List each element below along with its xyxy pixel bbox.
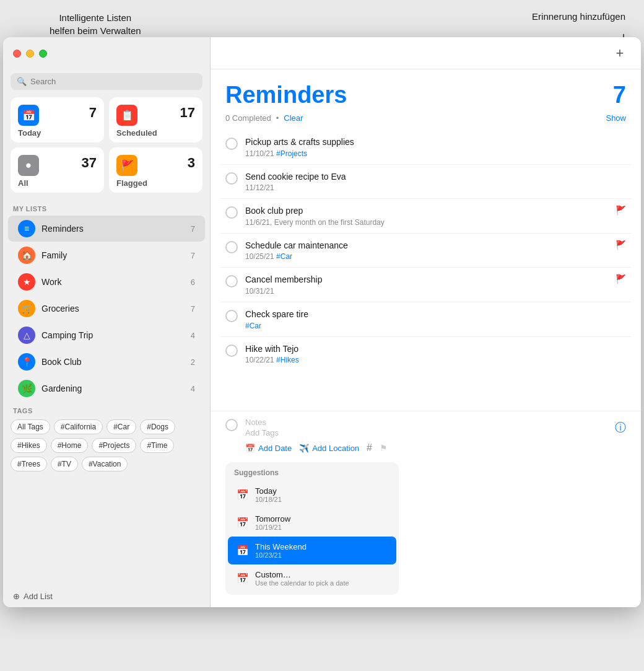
tag-home[interactable]: #Home — [51, 438, 89, 453]
suggestion-item-0[interactable]: 📅 Today 10/18/21 — [228, 481, 396, 509]
smart-list-scheduled[interactable]: 📋 17 Scheduled — [109, 97, 202, 143]
tag-time[interactable]: #Time — [140, 438, 174, 453]
reminder-checkbox-1[interactable] — [225, 172, 238, 185]
list-name: Family — [41, 250, 185, 260]
suggestion-title-2: This Weekend — [255, 542, 307, 551]
tag-car[interactable]: #Car — [107, 419, 136, 434]
add-location-button[interactable]: ✈️ Add Location — [299, 444, 359, 453]
reminder-tag[interactable]: #Car — [245, 322, 261, 330]
reminder-checkbox-6[interactable] — [225, 344, 238, 357]
notes-field[interactable]: Notes — [245, 418, 626, 427]
close-button[interactable] — [13, 50, 21, 58]
reminder-item-3[interactable]: Schedule car maintenance 10/25/21 #Car 🚩 — [220, 234, 631, 268]
add-flag-button[interactable]: ⚑ — [380, 443, 388, 453]
reminder-body-2: Book club prep 11/6/21, Every month on t… — [245, 205, 608, 227]
scheduled-icon: 📋 — [116, 105, 137, 126]
reminder-tag[interactable]: #Projects — [276, 149, 307, 158]
today-icon: 📅 — [18, 105, 39, 126]
clear-button[interactable]: Clear — [284, 113, 303, 123]
titlebar — [3, 37, 210, 69]
suggestion-item-3[interactable]: 📅 Custom… Use the calendar to pick a dat… — [228, 564, 396, 592]
callout-right: Erinnerung hinzufügen — [532, 11, 625, 22]
reminder-checkbox-3[interactable] — [225, 241, 238, 253]
show-button[interactable]: Show — [606, 113, 626, 123]
list-item-gardening[interactable]: 🌿 Gardening 4 — [8, 375, 205, 401]
reminder-flag-2: 🚩 — [616, 205, 626, 215]
reminder-item-0[interactable]: Pickup arts & crafts supplies 11/10/21 #… — [220, 130, 631, 165]
info-button[interactable]: ⓘ — [615, 420, 626, 435]
reminder-body-3: Schedule car maintenance 10/25/21 #Car — [245, 240, 608, 261]
tag-hikes[interactable]: #Hikes — [11, 438, 47, 453]
reminder-checkbox-5[interactable] — [225, 310, 238, 322]
new-reminder-checkbox[interactable] — [225, 419, 238, 431]
tag-tv[interactable]: #TV — [51, 457, 78, 471]
reminder-title-0: Pickup arts & crafts supplies — [245, 136, 626, 149]
my-lists-header: My Lists — [3, 200, 210, 215]
main-content: + Reminders 7 0 Completed • Clear Show P… — [211, 37, 641, 607]
add-tag-button[interactable]: # — [367, 442, 372, 454]
location-icon: ✈️ — [299, 444, 309, 453]
reminder-tag[interactable]: #Hikes — [276, 356, 299, 364]
add-date-button[interactable]: 📅 Add Date — [245, 444, 292, 453]
add-tags-field[interactable]: Add Tags — [245, 428, 626, 437]
tag-trees[interactable]: #Trees — [11, 457, 47, 471]
reminder-title-2: Book club prep — [245, 205, 608, 217]
reminder-item-2[interactable]: Book club prep 11/6/21, Every month on t… — [220, 199, 631, 234]
maximize-button[interactable] — [39, 50, 47, 58]
tag-projects[interactable]: #Projects — [92, 438, 136, 453]
suggestion-item-2[interactable]: 📅 This Weekend 10/23/21 — [228, 537, 396, 564]
tags-container: All Tags#California#Car#Dogs#Hikes#Home#… — [3, 417, 210, 479]
dot-separator: • — [276, 113, 279, 123]
reminder-checkbox-4[interactable] — [225, 275, 238, 287]
search-bar[interactable]: 🔍 — [11, 73, 202, 90]
tag-vacation[interactable]: #Vacation — [82, 457, 128, 471]
smart-list-flagged[interactable]: 🚩 3 Flagged — [109, 147, 202, 193]
reminder-body-6: Hike with Tejo 10/22/21 #Hikes — [245, 343, 626, 365]
list-item-family[interactable]: 🏠 Family 7 — [8, 242, 205, 268]
reminder-checkbox-2[interactable] — [225, 206, 238, 219]
suggestion-texts-3: Custom… Use the calendar to pick a date — [255, 570, 349, 587]
my-lists-container: ≡ Reminders 7 🏠 Family 7 ★ Work 6 🛒 Groc… — [3, 215, 210, 402]
suggestion-calendar-icon-0: 📅 — [237, 489, 249, 501]
tag-all tags[interactable]: All Tags — [11, 419, 50, 434]
reminder-item-4[interactable]: Cancel membership 10/31/21 🚩 — [220, 268, 631, 302]
action-buttons: 📅 Add Date ✈️ Add Location # ⚑ — [245, 442, 626, 454]
list-icon-Groceries: 🛒 — [18, 300, 35, 317]
reminder-item-5[interactable]: Check spare tire #Car — [220, 302, 631, 337]
list-item-camping-trip[interactable]: △ Camping Trip 4 — [8, 322, 205, 348]
list-item-book-club[interactable]: 📍 Book Club 2 — [8, 349, 205, 375]
smart-list-all[interactable]: ● 37 All — [11, 147, 104, 193]
list-count: 7 — [191, 251, 195, 260]
list-name: Reminders — [41, 224, 185, 234]
add-list-button[interactable]: ⊕ Add List — [3, 585, 210, 607]
list-item-reminders[interactable]: ≡ Reminders 7 — [8, 216, 205, 242]
add-reminder-button[interactable]: + — [611, 45, 629, 62]
reminder-flag-3: 🚩 — [616, 240, 626, 250]
tag-california[interactable]: #California — [54, 419, 103, 434]
suggestion-item-1[interactable]: 📅 Tomorrow 10/19/21 — [228, 509, 396, 537]
reminder-checkbox-0[interactable] — [225, 138, 238, 150]
reminder-body-5: Check spare tire #Car — [245, 309, 626, 330]
suggestion-calendar-icon-3: 📅 — [237, 572, 249, 584]
reminder-body-0: Pickup arts & crafts supplies 11/10/21 #… — [245, 136, 626, 158]
list-item-groceries[interactable]: 🛒 Groceries 7 — [8, 296, 205, 322]
suggestion-title-0: Today — [255, 486, 282, 496]
list-count: 4 — [191, 331, 195, 340]
reminder-item-1[interactable]: Send cookie recipe to Eva 11/12/21 — [220, 165, 631, 200]
tag-dogs[interactable]: #Dogs — [140, 419, 175, 434]
smart-list-today[interactable]: 📅 7 Today — [11, 97, 104, 143]
reminder-title-6: Hike with Tejo — [245, 343, 626, 356]
list-item-work[interactable]: ★ Work 6 — [8, 269, 205, 295]
reminder-item-6[interactable]: Hike with Tejo 10/22/21 #Hikes — [220, 337, 631, 371]
minimize-button[interactable] — [26, 50, 34, 58]
list-name: Camping Trip — [41, 330, 185, 340]
new-reminder-fields: Notes Add Tags 📅 Add Date ✈️ Add Locatio… — [245, 418, 626, 456]
reminder-body-1: Send cookie recipe to Eva 11/12/21 — [245, 171, 626, 193]
reminder-subtitle-3: 10/25/21 #Car — [245, 252, 608, 261]
reminder-list: Pickup arts & crafts supplies 11/10/21 #… — [211, 130, 641, 411]
reminders-count: 7 — [613, 82, 626, 108]
search-input[interactable] — [30, 77, 196, 86]
reminder-subtitle-1: 11/12/21 — [245, 183, 626, 192]
reminder-subtitle-2: 11/6/21, Every month on the first Saturd… — [245, 218, 608, 227]
reminder-tag[interactable]: #Car — [276, 252, 292, 261]
